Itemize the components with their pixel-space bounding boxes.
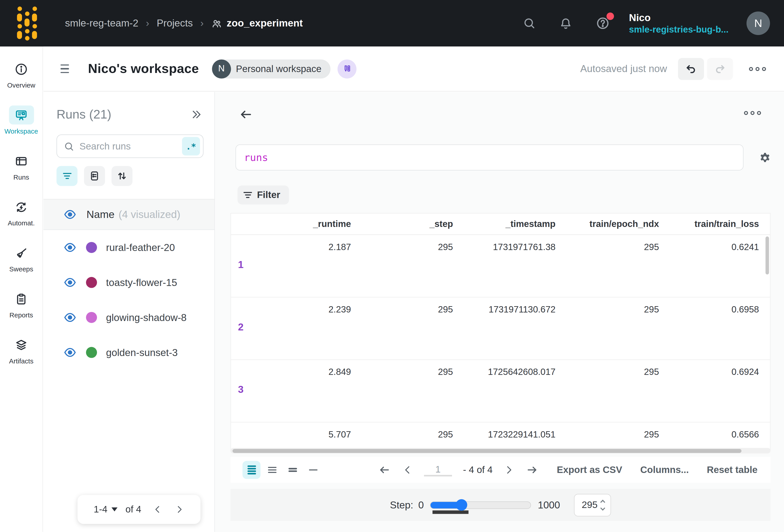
sort-runs-button[interactable]	[112, 166, 133, 186]
row-height-short-button[interactable]	[284, 461, 302, 479]
sidebar-item-overview[interactable]: Overview	[7, 59, 35, 89]
sidebar-item-runs[interactable]: Runs	[9, 151, 34, 181]
filter-button[interactable]: Filter	[237, 186, 289, 204]
table-cell: 295	[561, 242, 664, 253]
pager-total: of 4	[125, 504, 141, 515]
column-header[interactable]: train/train_loss	[664, 219, 764, 229]
table-cell: 2.187	[243, 242, 356, 253]
run-list-item[interactable]: golden-sunset-3	[44, 335, 215, 370]
step-value-input[interactable]	[575, 500, 597, 510]
filter-runs-button[interactable]	[57, 166, 78, 186]
first-page-icon[interactable]	[378, 463, 391, 476]
sidebar-item-sweeps[interactable]: Sweeps	[9, 244, 34, 273]
export-csv-button[interactable]: Export as CSV	[557, 465, 622, 475]
row-index-link[interactable]: 2	[238, 321, 244, 333]
next-page-icon[interactable]	[504, 465, 514, 475]
visibility-eye-icon[interactable]	[63, 311, 77, 324]
table-row[interactable]: 2.849 295 1725642608.017 295 0.6924 3	[231, 360, 770, 422]
run-name[interactable]: toasty-flower-15	[106, 277, 177, 288]
decrement-icon[interactable]	[600, 505, 605, 510]
run-list-name-header[interactable]: Name	[86, 208, 114, 220]
breadcrumb-projects[interactable]: Projects	[157, 18, 193, 29]
panel-overflow-menu-icon[interactable]	[744, 111, 761, 115]
search-icon[interactable]	[523, 17, 536, 30]
table-row[interactable]: 5.707 295 1723229141.051 295 0.6566	[231, 422, 770, 451]
run-list-item[interactable]: rural-feather-20	[44, 230, 215, 265]
notifications-bell-icon[interactable]	[559, 17, 572, 30]
three-lines-icon	[268, 465, 276, 474]
run-name[interactable]: golden-sunset-3	[106, 346, 177, 358]
workspace-header: Nico's workspace N Personal workspace Au…	[44, 47, 784, 91]
row-index-link[interactable]: 1	[238, 259, 244, 271]
columns-button[interactable]: Columns...	[640, 465, 689, 475]
run-color-dot	[86, 312, 97, 323]
step-value-box	[574, 494, 611, 516]
prev-page-icon[interactable]	[402, 465, 413, 475]
reset-table-button[interactable]: Reset table	[707, 465, 757, 475]
column-header[interactable]: _runtime	[243, 219, 356, 229]
scrollbar-thumb[interactable]	[232, 449, 741, 453]
run-list-item[interactable]: glowing-shadow-8	[44, 300, 215, 335]
sidebar-item-reports[interactable]: Reports	[9, 289, 34, 319]
step-slider[interactable]	[430, 501, 531, 509]
run-name[interactable]: glowing-shadow-8	[106, 312, 187, 323]
panels-tools-icon[interactable]	[337, 59, 357, 78]
sidebar-label: Overview	[7, 82, 35, 89]
table-row[interactable]: 2.187 295 1731971761.38 295 0.6241 1	[231, 235, 770, 298]
page-size-dropdown[interactable]: 1-4	[94, 504, 117, 515]
breadcrumb-team[interactable]: smle-reg-team-2	[65, 18, 139, 29]
row-height-medium-button[interactable]	[263, 461, 281, 479]
avatar[interactable]: N	[747, 11, 770, 35]
menu-hamburger-icon[interactable]	[60, 64, 69, 73]
column-header[interactable]: _timestamp	[458, 219, 561, 229]
query-expression-box	[235, 145, 744, 171]
breadcrumb: smle-reg-team-2 › Projects › zoo_experim…	[65, 18, 303, 29]
redo-button[interactable]	[707, 58, 733, 80]
visibility-eye-icon[interactable]	[63, 208, 77, 221]
next-page-icon[interactable]	[174, 504, 184, 514]
personal-workspace-badge[interactable]: N Personal workspace	[212, 59, 331, 78]
table-pagination: - 4 of 4	[378, 463, 539, 476]
run-name[interactable]: rural-feather-20	[106, 242, 175, 253]
visibility-eye-icon[interactable]	[63, 346, 77, 359]
sidebar-item-automations[interactable]: Automat.	[8, 198, 34, 227]
back-arrow-icon[interactable]	[239, 107, 253, 122]
row-index-link[interactable]: 3	[238, 384, 244, 395]
slider-handle[interactable]	[455, 499, 467, 511]
step-min-label: 0	[418, 499, 424, 511]
run-details-view-button[interactable]	[84, 166, 105, 186]
increment-icon[interactable]	[600, 500, 605, 504]
sidebar-item-workspace[interactable]: Workspace	[4, 106, 38, 135]
regex-toggle-button[interactable]: .*	[182, 137, 200, 155]
help-icon[interactable]	[595, 16, 610, 30]
row-height-single-button[interactable]	[304, 461, 322, 479]
breadcrumb-project[interactable]: zoo_experiment	[227, 18, 303, 29]
last-page-icon[interactable]	[526, 463, 539, 476]
step-stepper	[601, 500, 605, 509]
settings-gear-icon[interactable]	[758, 151, 772, 165]
column-header[interactable]: _step	[356, 219, 458, 229]
user-menu[interactable]: Nico smle-registries-bug-b...	[629, 11, 729, 35]
query-input[interactable]	[244, 151, 735, 163]
row-height-tall-button[interactable]	[243, 461, 260, 479]
collapse-panel-icon[interactable]	[191, 108, 202, 120]
wandb-logo-icon[interactable]	[17, 6, 37, 40]
visibility-eye-icon[interactable]	[63, 241, 77, 254]
sidebar-item-artifacts[interactable]: Artifacts	[9, 335, 34, 365]
visibility-eye-icon[interactable]	[63, 276, 77, 289]
workspace-overflow-menu-icon[interactable]	[749, 67, 766, 71]
run-color-dot	[86, 347, 97, 358]
page-number-input[interactable]	[424, 464, 452, 475]
page-title: Nico's workspace	[88, 61, 199, 77]
search-runs-input[interactable]	[80, 141, 182, 152]
column-header[interactable]: train/epoch_ndx	[561, 219, 664, 229]
run-list-item[interactable]: toasty-flower-15	[44, 265, 215, 300]
horizontal-scrollbar[interactable]	[230, 448, 771, 453]
one-line-icon	[309, 468, 317, 472]
undo-button[interactable]	[678, 58, 704, 80]
top-nav-right: Nico smle-registries-bug-b... N	[500, 11, 770, 35]
vertical-scrollbar[interactable]	[765, 236, 769, 274]
prev-page-icon[interactable]	[152, 504, 162, 514]
table-row[interactable]: 2.239 295 1731971130.672 295 0.6958 2	[231, 298, 770, 360]
runs-pagination-card: 1-4 of 4	[78, 495, 200, 524]
